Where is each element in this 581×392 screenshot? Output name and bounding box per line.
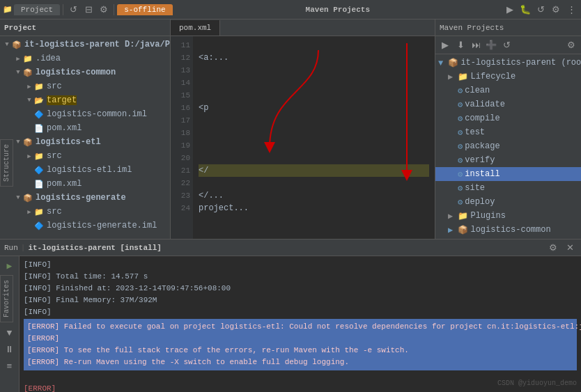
maven-projects-label: Maven Projects [306,6,370,14]
tree-arrow: ▼ [3,40,11,49]
line-number: 15 [173,89,190,102]
toolbar-btn-settings[interactable]: ⚙ [97,3,111,17]
gear-icon: ⚙ [458,183,463,194]
line-number: 13 [173,64,190,77]
editor-tab-pom[interactable]: pom.xml [171,20,220,36]
maven-item-label: validate [465,100,505,109]
log-line: [INFO] [24,259,577,271]
gear-icon: ⚙ [458,169,463,180]
maven-item[interactable]: ▶ 📁Plugins [435,209,581,223]
maven-btn-settings[interactable]: ⚙ [564,38,578,52]
maven-item[interactable]: ▶ 📦logistics-common [435,223,581,237]
root-icon: ▼ 📦 [438,58,458,68]
maven-item[interactable]: ▶ 📁Lifecycle [435,70,581,84]
run-body: ▶ ■ ↺ ⬇ ▼ ⏸ ≡ [INFO][INFO] Total time: 1… [0,256,581,392]
log-line: [INFO] Finished at: 2023-12-14T09:47:56+… [24,283,577,295]
maven-btn-skip[interactable]: ⏭ [469,38,483,52]
log-line: [ERROR] Failed to execute goal on projec… [27,321,573,333]
tree-item[interactable]: ▼📦logistics-etl [0,135,170,149]
offline-tab[interactable]: s-offline [117,4,172,15]
line-number: 20 [173,152,190,164]
tree-icon: 📦 [22,67,33,78]
maven-item[interactable]: ▼ 📦it-logistics-parent (root) [435,56,581,70]
maven-item[interactable]: ⚙test [435,125,581,139]
tree-arrow: ▼ [14,68,22,77]
maven-btn-refresh[interactable]: ↺ [499,38,513,52]
tree-item[interactable]: ▼📦logistics-generate [0,191,170,205]
tree-item-label: src [47,151,62,161]
tree-item[interactable]: ▼📂target [0,93,170,107]
maven-item-label: test [465,127,485,137]
run-btn-wrap[interactable]: ⏸ [3,343,17,356]
line-number: 16 [173,102,190,114]
maven-item[interactable]: ⚙validate [435,97,581,111]
log-line: [INFO] [24,306,577,318]
maven-item[interactable]: ⚙compile [435,111,581,125]
toolbar-btn-collapse[interactable]: ⊟ [82,3,95,17]
run-content[interactable]: [INFO][INFO] Total time: 14.577 s[INFO] … [20,256,581,392]
tree-item[interactable]: 🔷logistics-common.iml [0,107,170,121]
toolbar-btn-maven-settings[interactable]: ⚙ [549,3,563,17]
maven-btn-run[interactable]: ▶ [438,38,452,52]
tree-icon: 📦 [11,39,22,50]
maven-item[interactable]: ⚙clean [435,84,581,97]
maven-item[interactable]: ⚙verify [435,153,581,167]
toolbar-btn-maven-refresh[interactable]: ↺ [534,3,548,17]
structure-tab[interactable]: Structure [0,139,13,187]
toolbar-btn-maven-more[interactable]: ⋮ [564,3,578,17]
favorites-tab[interactable]: Favorites [0,275,13,322]
tree-arrow: ▼ [14,194,22,202]
code-line [199,77,429,89]
maven-header: Maven Projects [435,19,581,36]
line-number: 22 [173,177,190,189]
tree-item-label: src [47,207,62,217]
toolbar-tab-project[interactable]: Project [14,4,60,15]
code-line [199,39,429,52]
tree-arrow: ▼ [14,138,22,146]
tree-item[interactable]: 📄pom.xml [0,177,170,191]
tree-item[interactable]: ▶📁src [0,205,170,219]
maven-item[interactable]: ⚙site [435,181,581,195]
tree-item[interactable]: 📄pom.xml [0,121,170,135]
tree-item[interactable]: 🔷logistics-etl.iml [0,163,170,177]
toolbar-btn-run[interactable]: ▶ [503,3,517,17]
maven-item[interactable]: ⚙deploy [435,195,581,209]
tree-item[interactable]: ▶📁src [0,149,170,163]
run-label: Run [4,244,18,252]
code-area[interactable]: <a:... <p </ </... project... [193,36,435,239]
maven-item-label: install [465,169,499,179]
maven-title: Maven Projects [440,24,504,32]
run-tab[interactable]: it-logistics-parent [install] [28,244,161,252]
gear-icon: ⚙ [458,127,463,138]
folder-icon: ▶ 📁 [448,72,468,82]
tree-item[interactable]: ▶📁.idea [0,52,170,65]
gear-icon: ⚙ [458,100,463,110]
run-settings-btn[interactable]: ⚙ [546,241,560,255]
right-panel: Maven Projects ▶ ⬇ ⏭ ➕ ↺ ⚙ ▼ 📦it-logisti… [435,19,581,239]
run-close-btn[interactable]: ✕ [563,241,577,255]
maven-tree: ▼ 📦it-logistics-parent (root)▶ 📁Lifecycl… [435,54,581,239]
tree-icon: 📁 [33,206,45,217]
tree-item[interactable]: ▼📦it-logistics-parent D:/java/Proje... [0,38,170,52]
toolbar-btn-refresh[interactable]: ↺ [66,3,80,17]
log-line: [ERROR] [27,333,573,345]
maven-item[interactable]: ⚙install [435,167,581,181]
tree-item[interactable]: ▶📁src [0,79,170,93]
code-line [199,177,429,189]
tree-item[interactable]: 🔷logistics-generate.iml [0,219,170,233]
run-btn-play[interactable]: ▶ [3,259,17,273]
maven-item-label: package [465,141,499,151]
code-line [199,89,429,102]
main-area: Project ▼📦it-logistics-parent D:/java/Pr… [0,19,581,239]
maven-btn-add[interactable]: ➕ [484,38,498,52]
log-line: [INFO] Final Memory: 37M/392M [24,295,577,306]
log-line: [INFO] Total time: 14.577 s [24,271,577,283]
project-tab-label[interactable]: Project [4,24,36,32]
run-btn-tree[interactable]: ≡ [3,359,17,373]
maven-item[interactable]: ⚙package [435,139,581,153]
line-numbers: 1112131415161718192021222324 [171,36,193,239]
toolbar-btn-debug[interactable]: 🐛 [518,3,532,17]
tree-item[interactable]: ▼📦logistics-common [0,65,170,79]
maven-btn-debug[interactable]: ⬇ [454,38,467,52]
run-btn-filter[interactable]: ▼ [3,326,17,340]
